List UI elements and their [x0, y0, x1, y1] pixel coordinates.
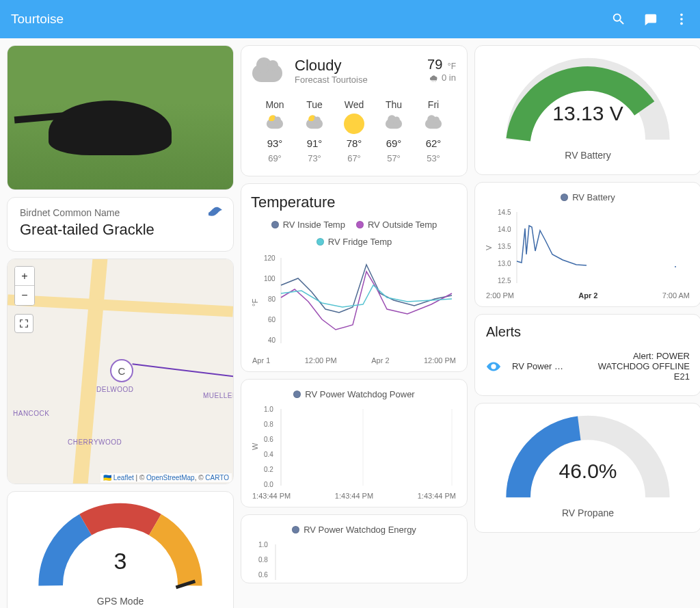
svg-text:0.6: 0.6 [258, 571, 268, 579]
svg-text:1.0: 1.0 [264, 406, 273, 413]
forecast-day: Fri62°53° [414, 99, 453, 163]
svg-text:14.0: 14.0 [498, 226, 511, 233]
map-attribution: 🇺🇦 Leaflet | © OpenStreetMap, © CARTO [100, 473, 232, 482]
forecast-day: Thu69°57° [374, 99, 414, 163]
battery-gauge-label: RV Battery [482, 150, 694, 161]
temperature-chart: 120 100 80 60 40 [262, 251, 457, 354]
gps-gauge-value: 3 [31, 548, 209, 574]
map-neighborhood: MUELLER [203, 392, 234, 399]
svg-text:0.8: 0.8 [258, 556, 268, 564]
birdnet-label: Birdnet Common Name [20, 207, 221, 218]
alert-item[interactable]: RV Power … Alert: POWER WATCHDOG OFFLINE… [486, 351, 690, 382]
weather-temp: 79 [427, 57, 442, 72]
gps-gauge-card[interactable]: 3 GPS Mode [7, 491, 234, 608]
birdnet-name: Great-tailed Grackle [20, 221, 221, 239]
map-zoom-controls: + − [14, 266, 35, 306]
battery-gauge-value: 13.13 V [499, 102, 677, 125]
svg-point-1 [680, 18, 683, 21]
forecast-day: Wed78°67° [334, 99, 374, 163]
propane-gauge-card[interactable]: 46.0% RV Propane [474, 403, 700, 533]
map-neighborhood: DELWOOD [96, 386, 133, 393]
weather-precip: 0 in [442, 72, 456, 83]
weather-condition-icon [252, 57, 285, 90]
power-chart: 1.0 0.8 0.6 0.4 0.2 0.0 [262, 404, 457, 489]
map-marker[interactable]: C [110, 359, 133, 382]
svg-text:40: 40 [268, 336, 276, 344]
leaflet-link[interactable]: Leaflet [113, 474, 134, 481]
eye-icon [486, 359, 501, 374]
gps-gauge: 3 [31, 499, 209, 594]
power-chart-card[interactable]: RV Power Watchdog Power W 1.0 0.8 0.6 0.… [241, 379, 468, 507]
svg-text:120: 120 [264, 254, 275, 262]
svg-text:100: 100 [264, 275, 275, 282]
alerts-card[interactable]: Alerts RV Power … Alert: POWER WATCHDOG … [474, 314, 700, 396]
temperature-chart-title: Temperature [251, 194, 457, 211]
svg-text:0.6: 0.6 [264, 436, 273, 443]
battery-gauge: 13.13 V [499, 53, 677, 148]
map-neighborhood: CHERRYWOOD [68, 438, 122, 446]
forecast-day: Tue91°73° [295, 99, 334, 163]
gps-gauge-label: GPS Mode [14, 596, 226, 607]
weather-temp-unit: °F [448, 62, 456, 71]
propane-gauge-label: RV Propane [482, 507, 694, 518]
svg-text:0.0: 0.0 [264, 481, 273, 488]
zoom-out-button[interactable]: − [15, 286, 34, 305]
svg-point-29 [675, 266, 676, 267]
svg-point-2 [680, 23, 683, 25]
svg-text:13.5: 13.5 [498, 243, 511, 250]
more-icon[interactable] [674, 12, 689, 27]
temperature-chart-card[interactable]: Temperature RV Inside Temp RV Outside Te… [241, 183, 468, 372]
app-title: Tourtoise [11, 12, 611, 27]
alerts-title: Alerts [486, 324, 690, 340]
propane-gauge-value: 46.0% [499, 460, 677, 483]
osm-link[interactable]: OpenStreetMap [146, 474, 195, 481]
svg-point-0 [680, 14, 683, 16]
alert-message: Alert: POWER WATCHDOG OFFLINE E21 [581, 351, 690, 382]
carto-link[interactable]: CARTO [205, 474, 229, 481]
weather-card[interactable]: Cloudy Forecast Tourtoise 79 °F 0 in Mon… [241, 45, 468, 176]
weather-condition: Cloudy [295, 57, 368, 75]
battery-gauge-card[interactable]: 13.13 V RV Battery [474, 45, 700, 175]
app-header: Tourtoise [0, 0, 700, 38]
svg-text:60: 60 [268, 316, 276, 323]
map-card[interactable]: DELWOOD HANCOCK CHERRYWOOD MUELLER C + −… [7, 259, 234, 484]
svg-text:14.5: 14.5 [498, 209, 511, 216]
messages-icon[interactable] [643, 12, 658, 27]
birdnet-card[interactable]: Birdnet Common Name Great-tailed Grackle [7, 197, 234, 252]
battery-chart: 14.5 14.0 13.5 13.0 12.5 [496, 207, 691, 289]
battery-chart-card[interactable]: RV Battery V 14.5 14.0 13.5 13.0 12.5 [474, 182, 700, 307]
forecast-day: Mon93°69° [255, 99, 295, 163]
propane-gauge: 46.0% [499, 410, 677, 506]
energy-chart: 1.0 0.8 0.6 [251, 539, 457, 580]
fullscreen-button[interactable] [14, 314, 33, 333]
bird-image [8, 46, 233, 189]
svg-text:0.2: 0.2 [264, 466, 273, 473]
alert-name: RV Power … [512, 361, 570, 371]
svg-text:1.0: 1.0 [258, 541, 268, 548]
svg-text:13.0: 13.0 [498, 260, 511, 267]
svg-text:80: 80 [268, 295, 276, 303]
search-icon[interactable] [611, 12, 626, 27]
energy-chart-card[interactable]: RV Power Watchdog Energy 1.0 0.8 0.6 [241, 514, 468, 583]
map-neighborhood: HANCOCK [13, 410, 50, 417]
bird-image-card[interactable] [7, 45, 234, 190]
bird-icon [207, 204, 224, 221]
forecast-row: Mon93°69°Tue91°73°Wed78°67°Thu69°57°Fri6… [252, 99, 456, 163]
zoom-in-button[interactable]: + [15, 267, 34, 286]
svg-text:12.5: 12.5 [498, 277, 511, 285]
svg-text:0.8: 0.8 [264, 421, 273, 428]
svg-text:0.4: 0.4 [264, 451, 273, 458]
weather-subtitle: Forecast Tourtoise [295, 75, 368, 85]
